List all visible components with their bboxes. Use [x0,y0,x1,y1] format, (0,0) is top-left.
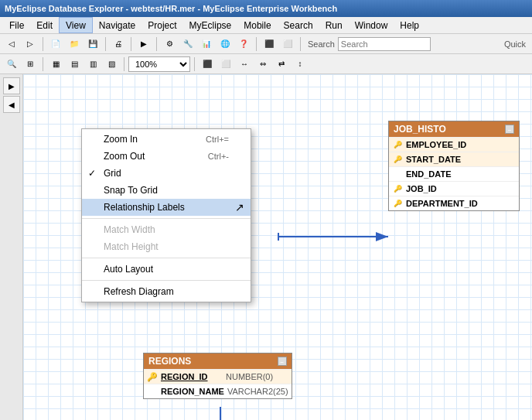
sep-1 [43,37,43,51]
zoom-btn[interactable]: 🔍 [3,56,20,73]
tb-btn-5[interactable]: ⚙ [161,36,178,53]
sep-7 [43,57,43,71]
job-history-title: JOB_HISTO [394,124,446,135]
save-button[interactable]: 💾 [84,36,101,53]
tb-btn-11[interactable]: ⬜ [279,36,296,53]
tb-btn-6[interactable]: 🔧 [179,36,196,53]
dropdown-zoom-in[interactable]: Zoom In Ctrl+= [82,131,251,148]
search-label: Search [308,39,335,49]
sep-3 [131,37,131,51]
toolbar-2: 🔍 ⊞ ▦ ▤ ▥ ▧ 100% 75% 150% ⬛ ⬜ ↔ ⇔ ⇄ ↕ [0,54,532,74]
dropdown-snap-to-grid[interactable]: Snap To Grid [82,182,251,199]
new-button[interactable]: 📄 [47,36,64,53]
dropdown-grid[interactable]: Grid [82,165,251,182]
table-layout-btn[interactable]: ▦ [47,56,64,73]
menu-file[interactable]: File [3,17,30,33]
dropdown-match-width: Match Width [82,221,251,238]
sep-2 [105,37,106,51]
rel-btn-2[interactable]: ⇔ [254,56,271,73]
cursor-icon: ↗ [235,201,244,213]
icon-end [392,169,403,179]
dropdown-refresh-diagram[interactable]: Refresh Diagram [82,283,251,300]
tb-btn-8[interactable]: 🌐 [217,36,234,53]
rel-btn[interactable]: ↔ [236,56,253,73]
run-button[interactable]: ▶ [135,36,152,53]
tb-btn-7[interactable]: 📊 [198,36,215,53]
tb-btn-9[interactable]: ❓ [235,36,252,53]
tb-btn-10[interactable]: ⬛ [261,36,278,53]
menu-edit[interactable]: Edit [30,17,59,33]
title-bar: MyEclipse Database Explorer - webtest/HR… [0,0,532,17]
connect-btn[interactable]: ⬛ [199,56,216,73]
sep-8 [124,57,124,71]
layout-btn-3[interactable]: ▥ [84,56,101,73]
job-row-employee: 🔑 EMPLOYEE_ID [389,137,519,152]
dropdown-auto-layout[interactable]: Auto Layout [82,261,251,278]
regions-title: REGIONS [148,356,191,367]
sidebar-btn-1[interactable]: ▶ [3,77,20,94]
fk-icon-employee: 🔑 [392,139,403,150]
layout-btn-2[interactable]: ▤ [66,56,83,73]
menu-mobile[interactable]: Mobile [237,17,277,33]
dropdown-match-height: Match Height [82,238,251,255]
back-button[interactable]: ◁ [3,36,20,53]
dropdown-sep-1 [82,218,251,219]
search-input[interactable] [338,37,431,51]
menu-help[interactable]: Help [394,17,425,33]
fk-icon-dept: 🔑 [392,198,403,209]
print-button[interactable]: 🖨 [110,36,127,53]
fk-icon-jobid: 🔑 [392,183,403,194]
toolbar-1: ◁ ▷ 📄 📁 💾 🖨 ▶ ⚙ 🔧 📊 🌐 ❓ ⬛ ⬜ Search Quick [0,34,532,54]
quick-access-label: Quick [504,39,529,49]
regions-row-id: 🔑 REGION_ID NUMBER(0) [144,369,292,384]
menu-search[interactable]: Search [278,17,319,33]
forward-button[interactable]: ▷ [22,36,39,53]
menu-myeclipse[interactable]: MyEclipse [183,17,238,33]
job-row-jobid: 🔑 JOB_ID [389,181,519,196]
dropdown-sep-2 [82,258,251,258]
job-row-dept: 🔑 DEPARTMENT_ID [389,196,519,210]
disconnect-btn[interactable]: ⬜ [217,56,234,73]
dropdown-sep-3 [82,280,251,281]
sep-9 [194,57,195,71]
regions-minimize-btn[interactable]: – [278,357,287,366]
sep-4 [156,37,157,51]
canvas-area[interactable]: – HAR2(10) HAR2(35) ER(6) ER(6) JOB_HIST… [23,74,532,420]
menu-bar: File Edit View Navigate Project MyEclips… [0,17,532,34]
grid-btn[interactable]: ⊞ [22,56,39,73]
sep-6 [300,37,301,51]
sidebar: ▶ ◀ [0,74,23,420]
dropdown-zoom-out[interactable]: Zoom Out Ctrl+- [82,148,251,165]
menu-view[interactable]: View [59,17,93,33]
key-icon-region: 🔑 [147,371,158,382]
icon-region-name [147,386,158,397]
job-history-header: JOB_HISTO – [389,121,519,137]
job-row-end: END_DATE [389,166,519,181]
fk-icon-start: 🔑 [392,154,403,165]
regions-table: REGIONS – 🔑 REGION_ID NUMBER(0) REGION_N… [143,353,292,399]
open-button[interactable]: 📁 [66,36,83,53]
regions-row-name: REGION_NAME VARCHAR2(25) [144,384,292,398]
dropdown-relationship-labels[interactable]: Relationship Labels ↗ [82,199,251,216]
regions-header: REGIONS – [144,353,292,369]
menu-run[interactable]: Run [319,17,349,33]
rel-btn-4[interactable]: ↕ [292,56,309,73]
zoom-dropdown[interactable]: 100% 75% 150% [128,56,190,72]
sidebar-btn-2[interactable]: ◀ [3,96,20,113]
job-history-minimize-btn[interactable]: – [505,125,514,134]
layout-btn-4[interactable]: ▧ [103,56,120,73]
sep-5 [256,37,257,51]
job-history-table: JOB_HISTO – 🔑 EMPLOYEE_ID 🔑 START_DATE E… [388,121,520,211]
job-row-start: 🔑 START_DATE [389,152,519,166]
rel-btn-3[interactable]: ⇄ [273,56,290,73]
menu-window[interactable]: Window [349,17,394,33]
title-text: MyEclipse Database Explorer - webtest/HR… [5,4,337,13]
menu-project[interactable]: Project [142,17,182,33]
main-area: ▶ ◀ [0,74,532,420]
menu-navigate[interactable]: Navigate [93,17,142,33]
view-dropdown-menu: Zoom In Ctrl+= Zoom Out Ctrl+- Grid Snap… [81,128,251,302]
